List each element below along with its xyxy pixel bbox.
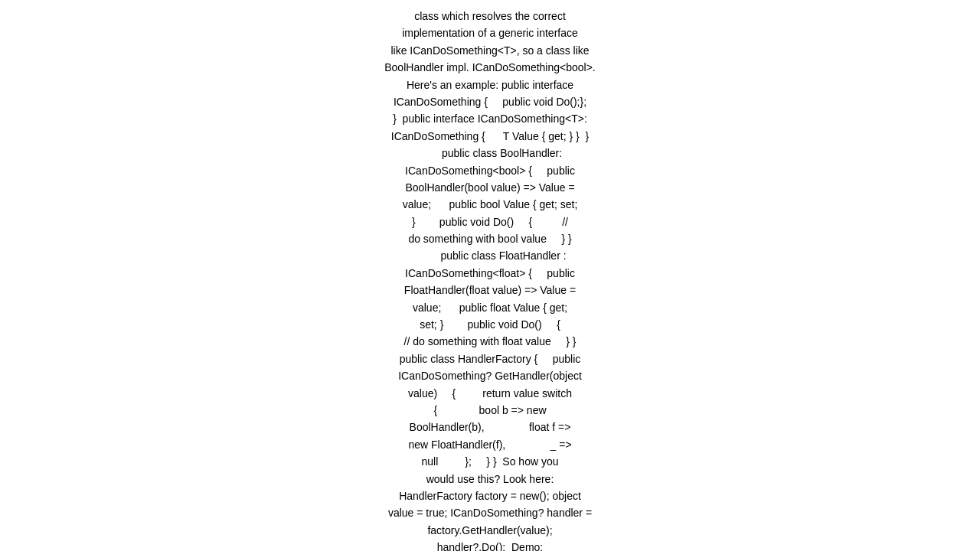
paragraph-1: class which resolves the correct impleme… bbox=[384, 8, 596, 551]
text-block: class which resolves the correct impleme… bbox=[384, 8, 596, 551]
main-content: class which resolves the correct impleme… bbox=[0, 0, 980, 551]
